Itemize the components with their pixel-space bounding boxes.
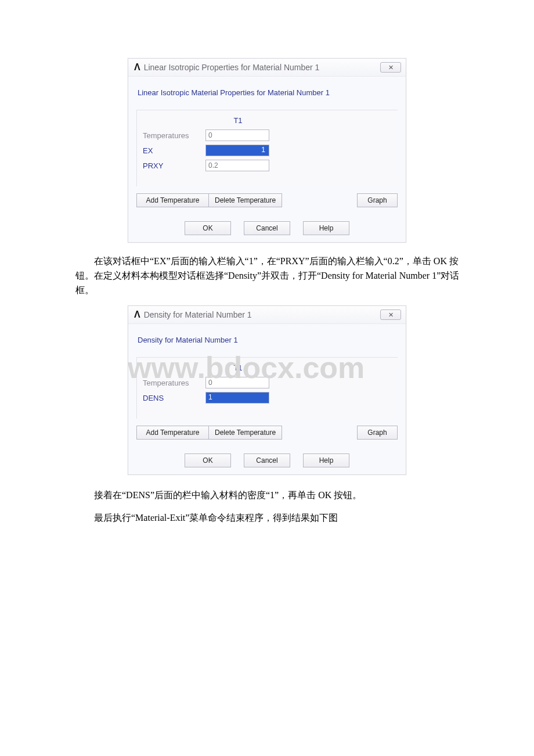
help-button[interactable]: Help xyxy=(303,453,349,467)
temperatures-label: Temperatures xyxy=(143,131,205,140)
section-heading: Linear Isotropic Material Properties for… xyxy=(138,88,398,97)
titlebar: Λ Linear Isotropic Properties for Materi… xyxy=(128,59,406,77)
temperatures-input[interactable] xyxy=(205,129,269,141)
dens-input[interactable]: 1 xyxy=(205,392,269,404)
help-button[interactable]: Help xyxy=(303,221,349,235)
dens-label: DENS xyxy=(143,394,205,402)
cancel-button[interactable]: Cancel xyxy=(244,221,290,235)
delete-temperature-button[interactable]: Delete Temperature xyxy=(208,193,282,207)
ok-button[interactable]: OK xyxy=(185,453,231,467)
graph-button[interactable]: Graph xyxy=(357,193,398,207)
add-temperature-button[interactable]: Add Temperature xyxy=(136,426,208,440)
close-icon[interactable]: ✕ xyxy=(380,309,401,320)
app-icon: Λ xyxy=(134,62,140,73)
app-icon: Λ xyxy=(134,309,140,320)
titlebar: Λ Density for Material Number 1 ✕ xyxy=(128,306,406,324)
paragraph-2: 接着在“DENS”后面的栏中输入材料的密度“1”，再单击 OK 按钮。 xyxy=(75,487,464,504)
dialog-linear-isotropic: Λ Linear Isotropic Properties for Materi… xyxy=(128,58,406,243)
paragraph-1: 在该对话框中“EX”后面的输入栏输入“1”，在“PRXY”后面的输入栏输入“0.… xyxy=(75,254,464,297)
column-header-t1: T1 xyxy=(205,116,270,126)
close-icon[interactable]: ✕ xyxy=(380,62,401,73)
temperatures-label: Temperatures xyxy=(143,379,205,387)
ok-button[interactable]: OK xyxy=(185,221,231,235)
ex-input[interactable]: 1 xyxy=(205,145,269,156)
paragraph-3: 最后执行“Material-Exit”菜单命令结束程序，得到结果如下图 xyxy=(75,509,464,527)
window-title: Linear Isotropic Properties for Material… xyxy=(144,63,380,72)
graph-button[interactable]: Graph xyxy=(357,426,398,440)
add-temperature-button[interactable]: Add Temperature xyxy=(136,193,208,207)
dialog-density: Λ Density for Material Number 1 ✕ Densit… xyxy=(128,305,406,475)
column-header-t1: T1 xyxy=(205,363,270,373)
prxy-input[interactable] xyxy=(205,160,269,171)
section-heading: Density for Material Number 1 xyxy=(138,336,398,344)
delete-temperature-button[interactable]: Delete Temperature xyxy=(208,426,282,440)
temperatures-input[interactable] xyxy=(205,377,269,388)
prxy-label: PRXY xyxy=(143,161,205,170)
ex-label: EX xyxy=(143,146,205,155)
window-title: Density for Material Number 1 xyxy=(144,310,380,319)
cancel-button[interactable]: Cancel xyxy=(244,453,290,467)
